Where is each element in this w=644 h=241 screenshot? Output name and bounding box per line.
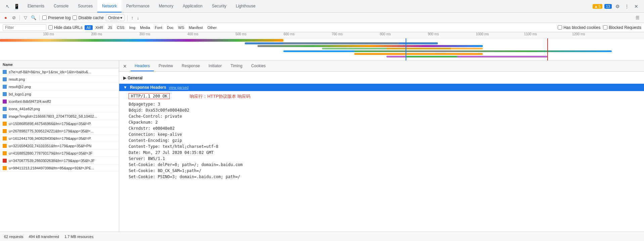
devtools-nav: ↖ 📱 Elements Console Sources Network Per… xyxy=(0,0,644,13)
warning-count: 5 xyxy=(599,4,601,8)
filter-type-other[interactable]: Other xyxy=(205,25,219,30)
import-button[interactable]: ↑ xyxy=(130,14,134,21)
tab-response[interactable]: Response xyxy=(178,61,204,71)
list-item[interactable]: u=98411213,2184497398&fm=85&app=92&f=JPE… xyxy=(0,164,119,172)
tab-network[interactable]: Network xyxy=(97,0,122,12)
tab-lighthouse[interactable]: Lighthouse xyxy=(231,0,260,12)
tab-console[interactable]: Console xyxy=(49,0,73,12)
tab-memory[interactable]: Memory xyxy=(154,0,178,12)
nav-tabs: Elements Console Sources Network Perform… xyxy=(23,0,260,12)
file-icon xyxy=(3,136,7,140)
resources-size: 1.7 MB resources xyxy=(64,235,93,239)
list-item[interactable]: s?ie=utf-8&f=8&rsv_bp=1&rsv_idx=1&tn=bai… xyxy=(0,68,119,76)
list-item[interactable]: bd_logo1.png xyxy=(0,90,119,98)
ruler-800ms: 800 ms xyxy=(380,32,391,36)
tab-elements[interactable]: Elements xyxy=(23,0,49,12)
ruler-marks: 100 ms 200 ms 300 ms 400 ms 500 ms 600 m… xyxy=(1,32,643,38)
header-row: Ckrndstr: e00048e02 xyxy=(123,125,640,131)
ruler-500ms: 500 ms xyxy=(235,32,246,36)
ruler-200ms: 200 ms xyxy=(91,32,102,36)
filter-type-doc[interactable]: Doc xyxy=(165,25,176,30)
tab-headers[interactable]: Headers xyxy=(131,61,154,71)
blocked-requests-label[interactable]: Blocked Requests xyxy=(603,25,641,30)
filter-type-all[interactable]: All xyxy=(85,25,93,30)
list-item[interactable]: u=3216584202,74101051&fm=179&app=35&f=PN xyxy=(0,142,119,150)
disable-cache-label[interactable]: Disable cache xyxy=(73,15,103,20)
ruler-900ms: 900 ms xyxy=(428,32,439,36)
tab-preview[interactable]: Preview xyxy=(154,61,177,71)
file-icon xyxy=(3,166,7,170)
filter-button[interactable]: ▽ xyxy=(22,15,29,21)
more-button[interactable]: ⋮ xyxy=(623,3,631,10)
list-item[interactable]: u=1612441708,340828430&fm=179&app=35&f=P… xyxy=(0,135,119,142)
filter-type-css[interactable]: CSS xyxy=(115,25,127,30)
has-blocked-cookies-checkbox[interactable] xyxy=(558,25,562,30)
file-icon xyxy=(3,114,7,118)
timeline-area: 100 ms 200 ms 300 ms 400 ms 500 ms 600 m… xyxy=(0,32,644,61)
disable-cache-checkbox[interactable] xyxy=(73,15,77,20)
header-row: Content-Encoding: gzip xyxy=(123,137,640,144)
blocked-requests-checkbox[interactable] xyxy=(603,25,607,30)
list-item[interactable]: u=4168852880,778793179&fm=179&app=35&f=J… xyxy=(0,150,119,157)
filter-type-ws[interactable]: WS xyxy=(176,25,186,30)
tab-timing[interactable]: Timing xyxy=(226,61,246,71)
preserve-log-label[interactable]: Preserve log xyxy=(42,15,71,20)
hide-data-urls-label[interactable]: Hide data URLs xyxy=(48,25,83,30)
divider-2 xyxy=(39,15,40,21)
nav-icons: ↖ 📱 xyxy=(1,3,23,10)
view-parsed-link[interactable]: view parsed xyxy=(169,85,189,89)
close-button[interactable]: ✕ xyxy=(633,3,640,10)
has-blocked-cookies-label[interactable]: Has blocked cookies xyxy=(558,25,600,30)
tab-performance[interactable]: Performance xyxy=(122,0,154,12)
filter-type-js[interactable]: JS xyxy=(106,25,114,30)
file-icon xyxy=(3,129,7,133)
file-icon xyxy=(3,85,7,89)
divider-1 xyxy=(19,15,20,21)
waterfall-row-1 xyxy=(0,39,283,42)
throttle-select[interactable]: Online ▾ xyxy=(106,14,125,21)
filter-right: Has blocked cookies Blocked Requests xyxy=(558,25,641,30)
hide-data-urls-checkbox[interactable] xyxy=(48,25,53,30)
response-headers-section[interactable]: ▼ Response Headers view parsed xyxy=(119,84,644,91)
file-icon xyxy=(3,99,7,104)
list-item[interactable]: result.png xyxy=(0,76,119,83)
waterfall-row-9 xyxy=(354,53,483,55)
filter-type-xhr[interactable]: XHR xyxy=(93,25,105,30)
file-icon xyxy=(3,159,7,163)
tab-initiator[interactable]: Initiator xyxy=(204,61,226,71)
export-button[interactable]: ↓ xyxy=(136,14,140,21)
device-icon[interactable]: 📱 xyxy=(13,3,20,10)
settings-button[interactable]: ⚙ xyxy=(614,3,621,10)
transferred-size: 494 kB transferred xyxy=(29,235,59,239)
tab-cookies[interactable]: Cookies xyxy=(247,61,270,71)
filter-type-img[interactable]: Img xyxy=(127,25,137,30)
tab-sources[interactable]: Sources xyxy=(73,0,97,12)
search-button[interactable]: 🔍 xyxy=(31,15,37,21)
tab-application[interactable]: Application xyxy=(178,0,207,12)
list-item[interactable]: u=2678982775,3095124221&fm=179&app=35&f=… xyxy=(0,127,119,135)
filter-types: All XHR JS CSS Img Media Font Doc WS Man… xyxy=(85,25,219,30)
list-item[interactable]: icons_441e82f.png xyxy=(0,105,119,113)
tab-security[interactable]: Security xyxy=(207,0,231,12)
header-row: Bdqid: 0xa53c00fe00048e02 xyxy=(123,107,640,113)
filter-type-manifest[interactable]: Manifest xyxy=(187,25,205,30)
network-toolbar: ● ⊘ ▽ 🔍 Preserve log Disable cache Onlin… xyxy=(0,13,644,23)
list-item[interactable]: result@2.png xyxy=(0,83,119,90)
list-item[interactable]: u=1508685898,467546966&fm=179&app=35&f=P… xyxy=(0,120,119,127)
preserve-log-checkbox[interactable] xyxy=(42,15,47,20)
filter-input[interactable] xyxy=(5,25,44,30)
filter-type-media[interactable]: Media xyxy=(138,25,152,30)
record-button[interactable]: ● xyxy=(3,15,9,21)
sidebar-toggle[interactable]: ☰ xyxy=(634,14,641,22)
general-section-header[interactable]: ▶ General xyxy=(123,74,640,82)
list-item[interactable]: u=3470877539,2860302638&fm=179&app=35&f=… xyxy=(0,157,119,164)
header-row: Set-Cookie: PSINO=3; domain=.baidu.com; … xyxy=(123,174,640,180)
stop-button[interactable]: ⊘ xyxy=(11,15,17,21)
msg-badge: 13 xyxy=(604,4,612,9)
ruler-1000ms: 1000 ms xyxy=(476,32,489,36)
panel-close-button[interactable]: ✕ xyxy=(122,63,128,69)
inspect-icon[interactable]: ↖ xyxy=(4,3,11,10)
list-item[interactable]: image?imglist=2166667803_2704770852_58,1… xyxy=(0,113,119,120)
list-item[interactable]: iconfont-8db5f471f4.woff2 xyxy=(0,98,119,105)
filter-type-font[interactable]: Font xyxy=(153,25,164,30)
